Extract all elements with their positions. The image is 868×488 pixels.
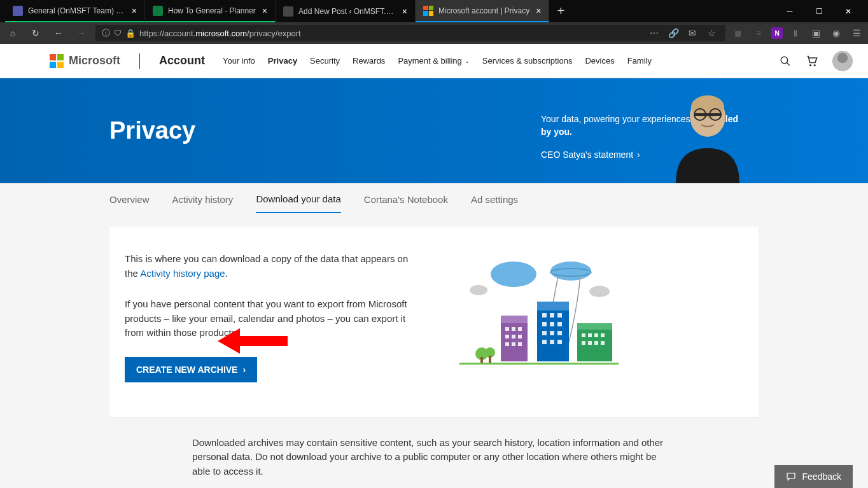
svg-rect-40 (557, 340, 562, 344)
star-icon[interactable]: ☆ (704, 25, 719, 41)
svg-rect-19 (577, 323, 612, 330)
feedback-button[interactable]: Feedback (774, 465, 853, 488)
tab-favicon (423, 6, 433, 16)
chevron-down-icon: ⌄ (465, 57, 470, 64)
svg-rect-45 (582, 341, 585, 345)
shield-icon[interactable]: 🛡 (114, 29, 122, 38)
svg-point-3 (814, 64, 815, 66)
svg-rect-37 (557, 331, 562, 335)
svg-rect-53 (459, 363, 619, 365)
user-avatar[interactable] (832, 51, 853, 71)
privacy-subtab[interactable]: Download your data (256, 186, 340, 213)
browser-tab[interactable]: Microsoft account | Privacy× (416, 0, 549, 22)
close-icon[interactable]: × (262, 6, 267, 16)
link-icon[interactable]: 🔗 (666, 25, 681, 41)
header-nav-item[interactable]: Services & subscriptions (482, 56, 573, 66)
lock-icon: 🔒 (125, 29, 136, 38)
svg-rect-48 (601, 341, 605, 345)
browser-tab[interactable]: General (OnMSFT Team) | Micro× (5, 0, 145, 22)
tab-favicon (153, 6, 163, 16)
svg-point-0 (781, 57, 788, 64)
header-nav-item[interactable]: Payment & billing⌄ (398, 56, 469, 66)
svg-rect-22 (518, 327, 522, 331)
window-close[interactable]: ✕ (834, 1, 863, 22)
svg-rect-47 (594, 341, 598, 345)
svg-rect-38 (542, 340, 547, 344)
svg-rect-35 (542, 331, 547, 335)
microsoft-header: Microsoft Account Your infoPrivacySecuri… (0, 44, 868, 78)
svg-point-9 (470, 285, 487, 295)
tab-favicon (13, 6, 23, 16)
home-button[interactable]: ⌂ (4, 24, 22, 42)
privacy-subtabs: OverviewActivity historyDownload your da… (52, 183, 816, 215)
account-label[interactable]: Account (159, 54, 205, 67)
page-title: Privacy (109, 117, 195, 144)
svg-rect-25 (518, 335, 522, 338)
library-icon[interactable]: ⦀ (788, 25, 803, 41)
tab-title: General (OnMSFT Team) | Micro (28, 6, 125, 15)
back-button[interactable]: ← (50, 24, 67, 42)
header-nav-item[interactable]: Privacy (268, 56, 297, 66)
menu-icon[interactable]: ☰ (849, 25, 864, 41)
create-archive-button[interactable]: CREATE NEW ARCHIVE › (125, 357, 257, 382)
url-text: https://account.microsoft.com/privacy/ex… (139, 29, 643, 38)
account-icon[interactable]: ◉ (829, 25, 844, 41)
microsoft-logo[interactable]: Microsoft (50, 54, 120, 68)
close-icon[interactable]: × (402, 6, 407, 17)
svg-rect-28 (518, 342, 522, 346)
extension-icon-2[interactable]: ≡ (751, 25, 766, 41)
search-icon[interactable] (779, 55, 792, 67)
header-nav-item[interactable]: Devices (585, 56, 614, 66)
svg-rect-31 (557, 313, 562, 317)
svg-rect-42 (588, 333, 592, 337)
info-icon[interactable]: ⓘ (102, 27, 110, 39)
new-tab-button[interactable]: + (549, 4, 572, 18)
privacy-subtab[interactable]: Cortana's Notebook (364, 186, 448, 213)
tab-title: Microsoft account | Privacy (438, 6, 529, 15)
activity-history-link[interactable]: Activity history page (140, 268, 225, 279)
svg-rect-51 (480, 357, 483, 363)
sidebar-icon[interactable]: ▣ (808, 25, 823, 41)
illustration (453, 252, 743, 382)
extension-icon-1[interactable]: ◼ (731, 25, 746, 41)
privacy-subtab[interactable]: Ad settings (471, 186, 518, 213)
svg-rect-27 (512, 342, 515, 346)
svg-rect-17 (537, 302, 569, 310)
cart-icon[interactable] (806, 55, 818, 67)
header-nav-item[interactable]: Family (627, 56, 652, 66)
svg-rect-41 (582, 333, 585, 337)
onenote-icon[interactable]: N (771, 27, 783, 39)
close-icon[interactable]: × (536, 6, 541, 16)
more-icon[interactable]: ⋯ (647, 25, 662, 41)
header-nav-item[interactable]: Your info (223, 56, 255, 66)
browser-tab[interactable]: Add New Post ‹ OnMSFT.com — W× (276, 0, 416, 22)
window-maximize[interactable]: ☐ (804, 1, 834, 22)
download-data-card: This is where you can download a copy of… (109, 227, 759, 417)
svg-rect-6 (694, 113, 722, 116)
svg-point-2 (810, 64, 811, 66)
svg-rect-30 (550, 313, 554, 317)
svg-rect-23 (505, 335, 509, 338)
svg-rect-34 (557, 322, 562, 326)
page-content: Microsoft Account Your infoPrivacySecuri… (0, 44, 868, 488)
svg-rect-52 (489, 356, 491, 363)
svg-rect-33 (550, 322, 554, 326)
svg-rect-24 (512, 335, 515, 338)
reload-button[interactable]: ↻ (27, 24, 45, 42)
privacy-subtab[interactable]: Activity history (172, 186, 234, 213)
window-minimize[interactable]: ─ (775, 1, 804, 22)
svg-rect-46 (588, 341, 592, 345)
header-nav-item[interactable]: Security (310, 56, 340, 66)
ceo-photo (657, 88, 759, 183)
close-icon[interactable]: × (132, 6, 137, 16)
chevron-right-icon: › (637, 150, 640, 160)
mail-icon[interactable]: ✉ (685, 25, 700, 41)
url-bar[interactable]: ⓘ 🛡 🔒 https://account.microsoft.com/priv… (95, 25, 725, 41)
privacy-subtab[interactable]: Overview (109, 186, 150, 213)
forward-button[interactable]: → (73, 24, 90, 42)
svg-rect-39 (550, 340, 554, 344)
browser-tab[interactable]: How To General - Planner× (145, 0, 276, 22)
header-nav-item[interactable]: Rewards (353, 56, 385, 66)
browser-nav-bar: ⌂ ↻ ← → ⓘ 🛡 🔒 https://account.microsoft.… (0, 22, 868, 44)
header-divider (139, 53, 140, 69)
